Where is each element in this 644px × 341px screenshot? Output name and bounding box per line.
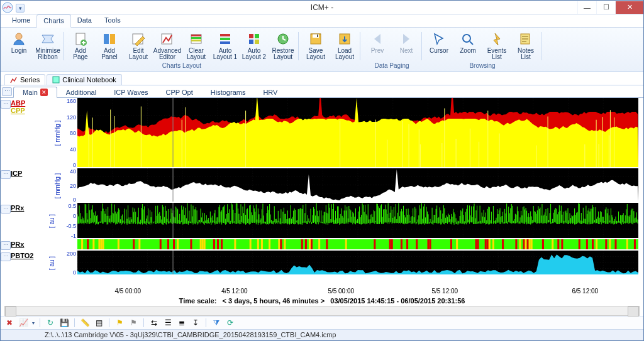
- svg-rect-750: [427, 239, 429, 249]
- tool3-icon[interactable]: ≣: [177, 318, 187, 328]
- advanced-editor-button[interactable]: Advanced Editor: [153, 30, 181, 62]
- y-tick: 0: [64, 162, 76, 168]
- plot-surface[interactable]: [77, 251, 638, 276]
- svg-rect-719: [167, 239, 169, 249]
- save-icon[interactable]: 💾: [59, 318, 69, 328]
- add-icon: [101, 31, 118, 47]
- refresh-icon[interactable]: ⟳: [225, 318, 235, 328]
- auto-layout-1-button[interactable]: Auto Layout 1: [211, 30, 239, 62]
- menu-tab-home[interactable]: Home: [6, 14, 36, 27]
- quick-access-dropdown[interactable]: ▾: [16, 4, 25, 13]
- plot-surface[interactable]: [77, 168, 638, 203]
- zoom-button[interactable]: Zoom: [454, 30, 482, 62]
- page-tab-hrv[interactable]: HRV: [254, 87, 286, 97]
- svg-rect-745: [389, 239, 391, 249]
- svg-rect-22: [317, 35, 318, 37]
- svg-rect-759: [492, 239, 494, 249]
- page-tab-additional[interactable]: Additional: [57, 87, 105, 97]
- tool2-icon[interactable]: ☰: [163, 318, 173, 328]
- restore-layout-button[interactable]: Restore Layout: [269, 30, 297, 62]
- minimize-button[interactable]: —: [577, 1, 596, 14]
- ruler-icon[interactable]: 📏: [80, 318, 90, 328]
- side-tab-series[interactable]: Series: [4, 74, 45, 85]
- page-tab-icp-waves[interactable]: ICP Waves: [105, 87, 157, 97]
- svg-rect-767: [531, 239, 533, 249]
- close-button[interactable]: ✕: [615, 1, 643, 14]
- menu-tab-tools[interactable]: Tools: [98, 14, 127, 27]
- chart-panel-icp: ⋯ICP[ mmHg ]40200: [1, 168, 643, 203]
- svg-rect-761: [515, 239, 517, 249]
- filter-icon[interactable]: ⧩: [211, 318, 221, 328]
- svg-rect-757: [487, 239, 489, 249]
- delete-icon[interactable]: ✖: [4, 318, 14, 328]
- svg-rect-772: [579, 239, 580, 249]
- svg-rect-775: [596, 239, 597, 249]
- svg-rect-716: [133, 239, 135, 249]
- panel-menu-button[interactable]: ⋯: [1, 205, 11, 214]
- tool4-icon[interactable]: ↧: [191, 318, 201, 328]
- svg-rect-715: [118, 239, 119, 249]
- load-icon: [336, 31, 353, 47]
- menu-tab-data[interactable]: Data: [71, 14, 98, 27]
- svg-rect-746: [391, 239, 393, 249]
- svg-rect-743: [345, 239, 347, 249]
- cursor-button[interactable]: Cursor: [425, 30, 453, 62]
- panel-menu-button[interactable]: ⋯: [1, 241, 11, 250]
- minimise-ribbon-button[interactable]: Minimise Ribbon: [34, 30, 62, 62]
- svg-rect-762: [519, 239, 521, 249]
- save-layout-button[interactable]: Save Layout: [302, 30, 330, 62]
- auto-layout-2-button[interactable]: Auto Layout 2: [240, 30, 268, 62]
- flag-grey-icon[interactable]: ⚑: [128, 318, 138, 328]
- annotate-icon[interactable]: ▤: [94, 318, 104, 328]
- svg-rect-4: [104, 34, 109, 44]
- svg-rect-733: [269, 239, 270, 249]
- svg-rect-731: [257, 239, 259, 249]
- y-tick: 160: [64, 98, 76, 104]
- events-list-button[interactable]: Events List: [483, 30, 511, 62]
- edit-layout-button[interactable]: Edit Layout: [125, 30, 152, 62]
- svg-rect-16: [255, 34, 259, 38]
- load-layout-button[interactable]: Load Layout: [331, 30, 358, 62]
- advanced-icon: [158, 31, 176, 47]
- menu-tab-charts[interactable]: Charts: [36, 14, 70, 28]
- svg-rect-755: [477, 239, 479, 249]
- reset-icon[interactable]: ↻: [45, 318, 55, 328]
- panel-menu-button[interactable]: ⋯: [1, 252, 11, 261]
- page-tabs-more[interactable]: ⋯: [2, 87, 12, 96]
- svg-rect-768: [542, 239, 544, 249]
- save-icon: [307, 31, 325, 47]
- flag-yellow-icon[interactable]: ⚑: [114, 318, 125, 328]
- svg-rect-732: [261, 239, 263, 249]
- y-tick: 40: [64, 146, 76, 153]
- page-tabs: ⋯Main✕AdditionalICP WavesCPP OptHistogra…: [1, 85, 643, 98]
- svg-point-1: [16, 33, 22, 40]
- plot-surface[interactable]: [77, 203, 638, 239]
- x-tick: 5/5 12:00: [431, 288, 458, 295]
- page-tab-histograms[interactable]: Histograms: [202, 87, 255, 97]
- notes-list-button[interactable]: Notes List: [512, 30, 540, 62]
- add-panel-button[interactable]: Add Panel: [96, 30, 123, 62]
- side-tab-clinical-notebook[interactable]: Clinical Notebook: [47, 74, 122, 85]
- svg-rect-12: [220, 34, 230, 36]
- horizontal-scrollbar[interactable]: [4, 306, 640, 316]
- add-page-button[interactable]: Add Page: [67, 30, 94, 62]
- side-tabs: SeriesClinical Notebook: [1, 72, 643, 85]
- svg-rect-763: [523, 239, 525, 249]
- chart-type-icon[interactable]: 📈: [18, 318, 28, 328]
- clear-layout-button[interactable]: Clear Layout: [182, 30, 210, 62]
- plot-surface[interactable]: [77, 239, 638, 251]
- statusbar: Z:\..\..\13 Cambridge V\05 - 3qUj329\CTB…: [1, 329, 643, 340]
- panel-menu-button[interactable]: ⋯: [1, 100, 11, 109]
- notes-icon: [517, 31, 535, 47]
- maximize-button[interactable]: ☐: [596, 1, 615, 14]
- panel-menu-button[interactable]: ⋯: [1, 170, 11, 179]
- app-icon: [1, 1, 14, 14]
- login-button[interactable]: Login: [5, 30, 33, 62]
- close-icon[interactable]: ✕: [40, 89, 48, 96]
- tool1-icon[interactable]: ⇆: [149, 318, 159, 328]
- unit-label: [ au ]: [48, 214, 55, 228]
- svg-rect-725: [204, 239, 206, 249]
- page-tab-cpp-opt[interactable]: CPP Opt: [157, 87, 202, 97]
- page-tab-main[interactable]: Main✕: [13, 87, 57, 98]
- plot-surface[interactable]: [77, 98, 638, 168]
